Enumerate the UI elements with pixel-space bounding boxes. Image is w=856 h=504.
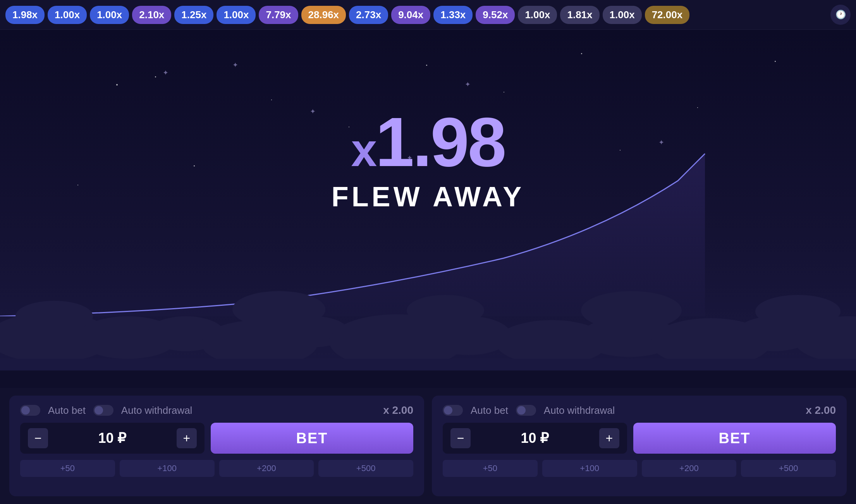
diamond-5: ✦ <box>232 61 238 69</box>
quick-add-500-left[interactable]: +500 <box>318 460 413 477</box>
badge-1.00x-2[interactable]: 1.00x <box>90 6 129 24</box>
cloud-top-4 <box>581 291 682 330</box>
multiplier-prefix: x <box>351 124 375 176</box>
diamond-3: ✦ <box>465 80 471 89</box>
auto-withdrawal-toggle-left[interactable] <box>93 405 113 416</box>
bet-button-right[interactable]: BET <box>633 423 836 454</box>
game-area: ✦ ✦ ✦ ✦ ✦ ✦ x1.98 FLEW AWAY <box>0 30 856 370</box>
badge-1.00x-1[interactable]: 1.00x <box>48 6 87 24</box>
star-1 <box>155 76 156 77</box>
bet-amount-right: 10 ₽ <box>475 430 595 446</box>
top-bar: 1.98x 1.00x 1.00x 2.10x 1.25x 1.00x 7.79… <box>0 0 856 30</box>
badge-1.25x[interactable]: 1.25x <box>174 6 213 24</box>
diamond-2: ✦ <box>310 107 316 116</box>
auto-bet-toggle-right[interactable] <box>443 405 463 416</box>
flew-away-text: FLEW AWAY <box>332 181 525 213</box>
quick-add-row-left: +50 +100 +200 +500 <box>20 460 413 477</box>
multiplier-value: x1.98 <box>332 107 525 177</box>
badge-28.96x[interactable]: 28.96x <box>301 6 346 24</box>
time-button[interactable]: 🕐 <box>830 5 851 25</box>
cloud-top-2 <box>232 291 325 328</box>
star-3 <box>426 65 427 66</box>
badge-72.00x[interactable]: 72.00x <box>645 6 690 24</box>
bet-plus-right[interactable]: + <box>599 428 619 448</box>
bet-input-row-right: − 10 ₽ + BET <box>443 423 836 454</box>
bet-amount-container-left: − 10 ₽ + <box>20 423 205 454</box>
auto-withdrawal-label-right: Auto withdrawal <box>544 405 615 417</box>
bet-panel-right: Auto bet Auto withdrawal x 2.00 − 10 ₽ +… <box>432 396 847 496</box>
star-6 <box>697 107 698 108</box>
quick-add-50-left[interactable]: +50 <box>20 460 115 477</box>
quick-add-100-left[interactable]: +100 <box>120 460 215 477</box>
quick-add-50-right[interactable]: +50 <box>443 460 538 477</box>
bet-minus-right[interactable]: − <box>450 428 471 448</box>
badge-1.00x-5[interactable]: 1.00x <box>603 6 642 24</box>
badge-2.73x[interactable]: 2.73x <box>349 6 388 24</box>
badge-7.79x[interactable]: 7.79x <box>259 6 298 24</box>
star-7 <box>116 84 118 86</box>
panel-right-top-row: Auto bet Auto withdrawal x 2.00 <box>443 404 836 417</box>
multiplier-x-right: x 2.00 <box>806 404 836 417</box>
bet-minus-left[interactable]: − <box>28 428 48 448</box>
quick-add-row-right: +50 +100 +200 +500 <box>443 460 836 477</box>
clock-icon: 🕐 <box>835 10 846 20</box>
multiplier-number: 1.98 <box>375 103 505 181</box>
cloud-top-3 <box>407 295 484 326</box>
auto-withdrawal-label-left: Auto withdrawal <box>121 405 193 417</box>
star-5 <box>581 53 582 54</box>
bet-button-left[interactable]: BET <box>211 423 413 454</box>
auto-bet-toggle-left[interactable] <box>20 405 40 416</box>
star-9 <box>775 61 776 62</box>
panel-left-top-row: Auto bet Auto withdrawal x 2.00 <box>20 404 413 417</box>
quick-add-100-right[interactable]: +100 <box>542 460 637 477</box>
quick-add-200-right[interactable]: +200 <box>642 460 737 477</box>
diamond-1: ✦ <box>163 69 168 77</box>
badge-1.00x-3[interactable]: 1.00x <box>217 6 256 24</box>
badge-9.04x[interactable]: 9.04x <box>391 6 430 24</box>
quick-add-200-left[interactable]: +200 <box>219 460 314 477</box>
bet-amount-left: 10 ₽ <box>53 430 172 446</box>
star-12 <box>504 92 504 93</box>
multiplier-display: x1.98 FLEW AWAY <box>332 107 525 213</box>
ground <box>0 359 856 370</box>
multiplier-x-left: x 2.00 <box>383 404 413 417</box>
quick-add-500-right[interactable]: +500 <box>741 460 836 477</box>
cloud-top-5 <box>755 295 841 328</box>
auto-withdrawal-toggle-right[interactable] <box>516 405 536 416</box>
bet-amount-container-right: − 10 ₽ + <box>443 423 627 454</box>
auto-bet-label-left: Auto bet <box>48 405 86 417</box>
badge-9.52x[interactable]: 9.52x <box>476 6 515 24</box>
bet-input-row-left: − 10 ₽ + BET <box>20 423 413 454</box>
cloud-top-1 <box>15 301 93 332</box>
badge-1.33x[interactable]: 1.33x <box>433 6 473 24</box>
badge-1.00x-4[interactable]: 1.00x <box>518 6 557 24</box>
badge-1.81x[interactable]: 1.81x <box>560 6 599 24</box>
bottom-panel: Auto bet Auto withdrawal x 2.00 − 10 ₽ +… <box>0 388 856 504</box>
bet-panel-left: Auto bet Auto withdrawal x 2.00 − 10 ₽ +… <box>9 396 424 496</box>
badge-2.10x[interactable]: 2.10x <box>132 6 171 24</box>
bet-plus-left[interactable]: + <box>177 428 197 448</box>
star-2 <box>271 99 272 100</box>
badge-1.98x[interactable]: 1.98x <box>5 6 45 24</box>
auto-bet-label-right: Auto bet <box>471 405 508 417</box>
